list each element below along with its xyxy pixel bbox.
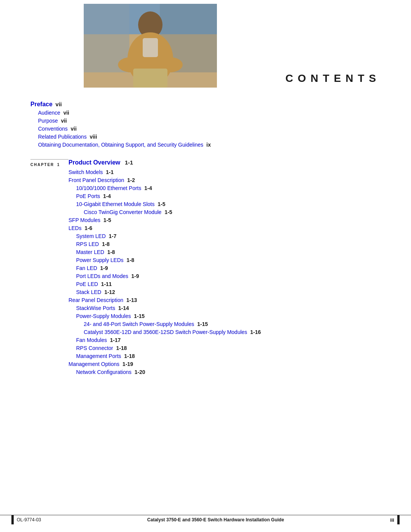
chapter-num: 1 xyxy=(57,163,60,167)
svg-rect-9 xyxy=(133,69,167,88)
fan-led-page: 1-9 xyxy=(100,265,108,271)
master-led-link[interactable]: Master LED xyxy=(76,249,104,255)
preface-title-row: Preface vii xyxy=(30,101,381,108)
purpose-row: Purpose vii xyxy=(30,118,381,124)
rps-led-page: 1-8 xyxy=(102,241,110,247)
twingig-page: 1-5 xyxy=(164,209,172,215)
related-publications-page: viii xyxy=(90,134,97,140)
management-ports-row: Management Ports 1-18 xyxy=(68,353,381,359)
port-leds-link[interactable]: Port LEDs and Modes xyxy=(76,273,128,279)
chapter-label-text: CHAPTER xyxy=(30,163,54,167)
stackwise-ports-row: StackWise Ports 1-14 xyxy=(68,305,381,311)
fan-modules-link[interactable]: Fan Modules xyxy=(76,337,107,343)
ethernet-ports-link[interactable]: 10/100/1000 Ethernet Ports xyxy=(76,185,141,191)
obtaining-doc-link[interactable]: Obtaining Documentation, Obtaining Suppo… xyxy=(38,142,203,148)
rear-panel-page: 1-13 xyxy=(126,297,137,303)
chapter-1-title: Product Overview xyxy=(68,159,120,166)
power-supply-modules-page: 1-15 xyxy=(134,313,145,319)
front-panel-link[interactable]: Front Panel Description xyxy=(68,177,124,183)
footer-guide-title: Catalyst 3750-E and 3560-E Switch Hardwa… xyxy=(147,517,284,522)
system-led-row: System LED 1-7 xyxy=(68,233,381,239)
rps-connector-page: 1-18 xyxy=(116,345,127,351)
footer-bar-right xyxy=(397,515,400,524)
obtaining-doc-row: Obtaining Documentation, Obtaining Suppo… xyxy=(30,142,381,148)
content-area: Preface vii Audience vii Purpose vii Con… xyxy=(30,99,381,375)
stack-led-link[interactable]: Stack LED xyxy=(76,289,101,295)
chapter-label: CHAPTER 1 xyxy=(30,159,68,167)
footer-bar-left xyxy=(11,515,14,524)
rps-connector-link[interactable]: RPS Connector xyxy=(76,345,113,351)
rps-led-row: RPS LED 1-8 xyxy=(68,241,381,247)
footer-left: OL-9774-03 xyxy=(11,515,41,524)
leds-row: LEDs 1-6 xyxy=(68,225,381,231)
purpose-link[interactable]: Purpose xyxy=(38,118,58,124)
leds-page: 1-6 xyxy=(84,225,92,231)
fan-led-link[interactable]: Fan LED xyxy=(76,265,97,271)
power-supply-leds-page: 1-8 xyxy=(127,257,134,263)
obtaining-doc-page: ix xyxy=(206,142,211,148)
switch-models-link[interactable]: Switch Models xyxy=(68,169,103,175)
poe-led-page: 1-11 xyxy=(101,281,112,287)
audience-page: vii xyxy=(63,110,69,116)
preface-title: Preface xyxy=(30,101,53,108)
gigabit-slots-row: 10-Gigabit Ethernet Module Slots 1-5 xyxy=(68,201,381,207)
poe-led-row: PoE LED 1-11 xyxy=(68,281,381,287)
power-supply-leds-link[interactable]: Power Supply LEDs xyxy=(76,257,124,263)
rear-panel-link[interactable]: Rear Panel Description xyxy=(68,297,123,303)
power-supply-modules-link[interactable]: Power-Supply Modules xyxy=(76,313,131,319)
management-options-link[interactable]: Management Options xyxy=(68,361,119,367)
24-48-port-link[interactable]: 24- and 48-Port Switch Power-Supply Modu… xyxy=(84,321,194,327)
poe-led-link[interactable]: PoE LED xyxy=(76,281,98,287)
stackwise-ports-page: 1-14 xyxy=(118,305,129,311)
conventions-link[interactable]: Conventions xyxy=(38,126,68,132)
chapter-1-title-area: Product Overview 1-1 xyxy=(68,159,133,166)
rps-connector-row: RPS Connector 1-18 xyxy=(68,345,381,351)
management-ports-link[interactable]: Management Ports xyxy=(76,353,121,359)
power-supply-modules-row: Power-Supply Modules 1-15 xyxy=(68,313,381,319)
footer-doc-num: OL-9774-03 xyxy=(17,517,41,522)
chapter-label-area: CHAPTER 1 Product Overview 1-1 xyxy=(30,159,381,167)
catalyst-3560e-link[interactable]: Catalyst 3560E-12D and 3560E-12SD Switch… xyxy=(84,329,247,335)
audience-link[interactable]: Audience xyxy=(38,110,60,116)
ethernet-ports-page: 1-4 xyxy=(144,185,152,191)
chapter-1-section: CHAPTER 1 Product Overview 1-1 Switch Mo… xyxy=(30,159,381,375)
leds-link[interactable]: LEDs xyxy=(68,225,81,231)
24-48-port-row: 24- and 48-Port Switch Power-Supply Modu… xyxy=(68,321,381,327)
switch-models-page: 1-1 xyxy=(106,169,113,175)
rps-led-link[interactable]: RPS LED xyxy=(76,241,99,247)
footer: OL-9774-03 Catalyst 3750-E and 3560-E Sw… xyxy=(0,515,411,524)
master-led-page: 1-8 xyxy=(107,249,115,255)
fan-modules-page: 1-17 xyxy=(110,337,121,343)
stack-led-page: 1-12 xyxy=(104,289,115,295)
contents-title: CONTENTS xyxy=(285,72,381,85)
footer-right: iii xyxy=(390,515,400,524)
24-48-port-page: 1-15 xyxy=(197,321,208,327)
port-leds-row: Port LEDs and Modes 1-9 xyxy=(68,273,381,279)
preface-page: vii xyxy=(56,101,62,107)
conventions-row: Conventions vii xyxy=(30,126,381,132)
related-publications-link[interactable]: Related Publications xyxy=(38,134,87,140)
twingig-link[interactable]: Cisco TwinGig Converter Module xyxy=(84,209,161,215)
page-container: CONTENTS Preface vii Audience vii Purpos… xyxy=(0,0,411,532)
svg-rect-6 xyxy=(143,38,158,57)
stack-led-row: Stack LED 1-12 xyxy=(68,289,381,295)
master-led-row: Master LED 1-8 xyxy=(68,249,381,255)
management-ports-page: 1-18 xyxy=(124,353,135,359)
network-configurations-page: 1-20 xyxy=(135,369,145,375)
sfp-modules-link[interactable]: SFP Modules xyxy=(68,217,100,223)
poe-ports-link[interactable]: PoE Ports xyxy=(76,193,100,199)
network-configurations-row: Network Configurations 1-20 xyxy=(68,369,381,375)
conventions-page: vii xyxy=(71,126,77,132)
network-configurations-link[interactable]: Network Configurations xyxy=(76,369,132,375)
switch-models-row: Switch Models 1-1 xyxy=(68,169,381,175)
front-panel-row: Front Panel Description 1-2 xyxy=(68,177,381,183)
audience-row: Audience vii xyxy=(30,110,381,116)
chapter-1-page: 1-1 xyxy=(125,159,133,166)
system-led-link[interactable]: System LED xyxy=(76,233,106,239)
management-options-page: 1-19 xyxy=(123,361,133,367)
ethernet-ports-row: 10/100/1000 Ethernet Ports 1-4 xyxy=(68,185,381,191)
twingig-row: Cisco TwinGig Converter Module 1-5 xyxy=(68,209,381,215)
stackwise-ports-link[interactable]: StackWise Ports xyxy=(76,305,115,311)
system-led-page: 1-7 xyxy=(109,233,116,239)
gigabit-slots-link[interactable]: 10-Gigabit Ethernet Module Slots xyxy=(76,201,155,207)
